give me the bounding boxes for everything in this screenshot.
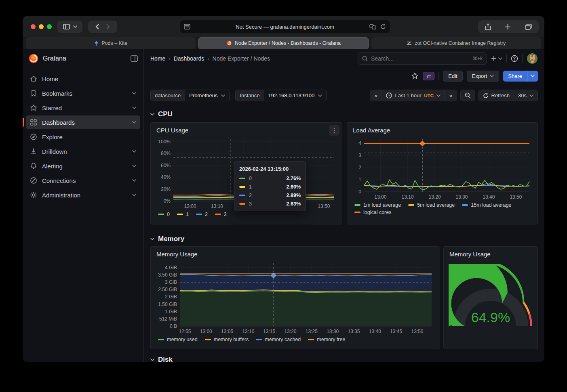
legend-item[interactable]: 5m load average: [408, 202, 455, 208]
share-button[interactable]: Share: [503, 71, 527, 82]
address-bar[interactable]: Not Secure — grafana.damingerdaint.com: [180, 20, 390, 33]
memory-usage-gauge[interactable]: 64.9%: [449, 264, 533, 333]
timezone-label: UTC: [424, 93, 434, 98]
breadcrumb-separator: ›: [207, 56, 209, 62]
sidebar-item-label: Starred: [42, 105, 62, 111]
legend-item[interactable]: memory buffers: [205, 337, 249, 342]
dock-menu-icon[interactable]: [131, 55, 138, 62]
browser-window: Not Secure — grafana.damingerdaint.com P…: [23, 16, 544, 362]
svg-text:13:00: 13:00: [184, 203, 196, 209]
shared-dashboard-button[interactable]: ⇄: [423, 72, 434, 80]
time-shift-forward-button[interactable]: »: [445, 90, 456, 101]
new-tab-icon[interactable]: [505, 24, 511, 30]
memory-usage-chart[interactable]: 12:5513:0013:0513:1013:1513:2013:2513:30…: [156, 260, 435, 335]
sidebar-item-explore[interactable]: Explore: [26, 130, 140, 144]
tab-overview-icon[interactable]: [525, 24, 532, 30]
legend-item[interactable]: 1: [177, 212, 189, 217]
legend-item[interactable]: 3: [215, 212, 227, 217]
sidebar-item-connections[interactable]: Connections: [26, 174, 140, 187]
grafana-app: Grafana Home Bookmarks Starred: [23, 49, 544, 362]
svg-text:40%: 40%: [161, 174, 171, 180]
svg-text:60%: 60%: [161, 163, 171, 168]
section-header-cpu[interactable]: CPU: [150, 110, 538, 118]
chevron-down-icon: [490, 75, 494, 77]
new-button[interactable]: [491, 56, 502, 61]
section-header-disk[interactable]: Disk: [150, 356, 538, 362]
sidebar-item-dashboards[interactable]: Dashboards: [26, 115, 140, 129]
sidebar-item-alerting[interactable]: Alerting: [26, 159, 140, 173]
svg-text:1: 1: [358, 177, 361, 182]
legend-item[interactable]: memory used: [158, 337, 198, 342]
legend-item[interactable]: 0: [158, 212, 170, 217]
memory-usage-legend[interactable]: memory usedmemory buffersmemory cachedme…: [156, 335, 435, 342]
tab-grafana[interactable]: Node Exporter / Nodes - Dashboards - Gra…: [198, 37, 369, 49]
favorite-star-icon[interactable]: [411, 72, 419, 80]
memory-gauge-panel: Memory Usage 64.9%: [443, 246, 538, 349]
avatar[interactable]: [527, 53, 538, 64]
svg-text:13:05: 13:05: [221, 329, 233, 334]
forward-icon[interactable]: [106, 24, 110, 29]
load-average-chart[interactable]: 13:0013:1013:2013:3013:4013:5001234: [352, 136, 533, 201]
back-icon[interactable]: [95, 24, 99, 29]
panel-title[interactable]: Memory Usage: [156, 251, 435, 258]
edit-button[interactable]: Edit: [443, 71, 462, 82]
memory-usage-panel: Memory Usage 12:5513:0013:0513:1013:1513…: [150, 246, 440, 349]
chevron-down-icon: [132, 92, 136, 94]
tab-title: zot OCI-native Container Image Registry: [415, 40, 506, 46]
sidebar-toggle-button[interactable]: [57, 21, 82, 33]
sidebar-item-administration[interactable]: Administration: [26, 188, 140, 202]
grafana-brand[interactable]: Grafana: [23, 49, 143, 68]
legend-item[interactable]: logical cores: [354, 210, 391, 215]
breadcrumb-home[interactable]: Home: [150, 55, 165, 62]
legend-item[interactable]: memory free: [308, 337, 345, 342]
grafana-main: Home › Dashboards › Node Exporter / Node…: [144, 49, 544, 362]
help-button[interactable]: [511, 55, 518, 62]
svg-text:13:10: 13:10: [242, 329, 254, 334]
sidebar-item-bookmarks[interactable]: Bookmarks: [26, 86, 140, 100]
tab-pods-kite[interactable]: Pods – Kite: [26, 37, 196, 49]
sidebar-item-drilldown[interactable]: Drilldown: [26, 145, 140, 158]
legend-item[interactable]: 1m load average: [354, 202, 401, 208]
export-button[interactable]: Export: [467, 71, 500, 82]
close-window-button[interactable]: [31, 24, 36, 29]
breadcrumb-dashboards[interactable]: Dashboards: [174, 55, 204, 62]
panel-menu-button[interactable]: ⋮: [329, 125, 339, 136]
sidebar-item-home[interactable]: Home: [26, 72, 140, 86]
clock-icon: [386, 92, 392, 99]
sidebar-item-label: Home: [42, 75, 58, 82]
instance-picker[interactable]: Instance 192.168.0.113:9100: [235, 90, 327, 101]
minimize-window-button[interactable]: [39, 24, 44, 29]
share-page-icon[interactable]: [485, 23, 491, 30]
chevron-down-icon: [318, 94, 322, 97]
cpu-panel-row: CPU Usage ⋮ 13:0013:1013:2013:3013:4013:…: [150, 122, 538, 224]
dashboard-scroll-area[interactable]: datasource Prometheus Instance 192.168.0…: [144, 84, 544, 362]
datasource-picker[interactable]: datasource Prometheus: [150, 90, 230, 101]
legend-item[interactable]: memory cached: [256, 337, 301, 342]
zoom-window-button[interactable]: [47, 24, 52, 29]
svg-text:3 GiB: 3 GiB: [165, 279, 177, 285]
panel-title[interactable]: Memory Usage: [449, 251, 533, 258]
chevron-down-icon: [132, 194, 136, 196]
tab-zot-registry[interactable]: zot OCI-native Container Image Registry: [371, 37, 541, 49]
share-dropdown-button[interactable]: [527, 71, 538, 82]
zoom-out-button[interactable]: [461, 90, 475, 101]
legend-item[interactable]: 2: [196, 212, 208, 217]
connections-icon: [30, 177, 37, 184]
panel-title[interactable]: Load Average: [353, 127, 533, 134]
panel-title[interactable]: CPU Usage: [156, 127, 337, 134]
time-shift-back-button[interactable]: «: [370, 90, 382, 101]
svg-text:80%: 80%: [161, 151, 171, 156]
tab-title: Pods – Kite: [101, 40, 127, 46]
svg-text:20%: 20%: [161, 187, 171, 192]
datasource-label: datasource: [151, 90, 185, 101]
sidebar-item-starred[interactable]: Starred: [26, 101, 140, 115]
legend-item[interactable]: 15m load average: [462, 202, 511, 208]
refresh-interval-picker[interactable]: 30s: [514, 90, 537, 101]
load-average-legend[interactable]: 1m load average5m load average15m load a…: [352, 201, 533, 215]
chevron-down-icon: [73, 25, 77, 28]
search-input[interactable]: Search... ⌘+k: [358, 52, 487, 65]
time-controls: « Last 1 hour UTC »: [370, 90, 538, 101]
time-range-picker[interactable]: Last 1 hour UTC: [382, 90, 445, 101]
section-header-memory[interactable]: Memory: [150, 235, 538, 243]
refresh-button[interactable]: Refresh: [479, 90, 514, 101]
